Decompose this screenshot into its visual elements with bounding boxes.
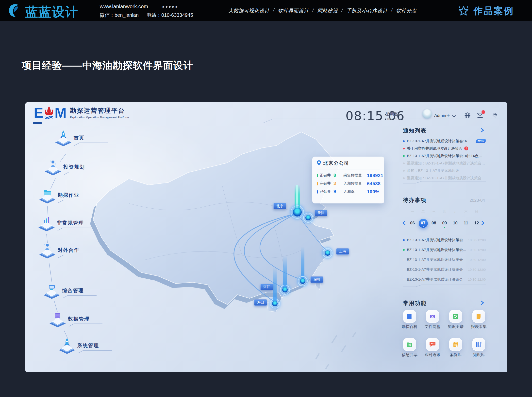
city-label-天津[interactable]: 天津 [315,210,327,216]
nav-item-3[interactable]: 手机及小程序设计 [346,7,388,14]
function-report-icon[interactable] [472,310,485,323]
todo-item[interactable]: BZ-13-1-A7井测试地质设计决策会10:30-12:00 [403,255,486,265]
todo-dot [403,279,405,280]
nav-separator: / [391,7,393,14]
avatar[interactable] [422,109,432,119]
nav-separator: / [312,7,314,14]
contact-row: 微信：ben_lanlan 电话：010-63334945 [100,12,193,18]
city-marker-湛江[interactable] [280,285,290,295]
city-marker-深圳[interactable] [298,276,308,286]
wechat-label: 微信：ben_lanlan [100,12,139,18]
todo-title: 待办事项 [403,197,427,204]
notification-item[interactable]: 通知：BZ-13-1-A7井测试地质设 [403,167,486,174]
function-label: 知识库 [467,352,491,358]
stat-label: 完钻井 [320,181,333,186]
sidebar-item-数据管理[interactable]: 数据管理 [49,311,103,329]
function-share-folder-icon[interactable] [403,338,416,351]
user-name[interactable]: Admin王 [434,113,450,118]
notification-item[interactable]: 关于用举办井测试地质设计决策会! [403,145,486,152]
gear-icon[interactable] [492,112,498,119]
sidebar-item-综合管理[interactable]: 综合管理 [43,283,97,301]
globe-icon[interactable] [464,112,471,120]
todo-text: BZ-13-1-A7井测试地质设计决策会 [407,267,463,272]
notification-text: 重要通知：BZ-13-1-A7井测试地质设计决策会16日14... [407,161,486,166]
popup-title: 北京分公司 [323,160,349,166]
sidebar-item-系统管理[interactable]: 系统管理 [58,338,112,356]
sidebar-label-block: 综合管理 [62,287,97,300]
city-marker-海口[interactable] [270,299,280,308]
notifications-more-arrow-icon[interactable] [481,128,484,133]
todo-item[interactable]: BZ-13-1-A7井测试地质设计决策会10:30-12:00 [403,274,486,284]
calendar-date-12[interactable]: 12 [471,218,482,229]
calendar-date-11[interactable]: 11 [461,218,471,229]
sidebar-label-underline [74,142,109,147]
rocket-icon [58,338,76,356]
map-pin-icon [317,160,321,166]
calendar-date-10[interactable]: 10 [450,218,461,229]
clock-separator [382,111,382,120]
city-label-深圳[interactable]: 深圳 [310,276,323,283]
website-url[interactable]: www.lanlanwork.com [100,3,148,9]
city-label-北京[interactable]: 北京 [273,203,286,209]
city-marker-天津[interactable] [303,213,313,223]
popup-divider [317,169,380,169]
notification-item[interactable]: BZ-13-1-A7井测试地质设计决策会16日14点开始！ [403,152,486,160]
sidebar-item-label: 首页 [74,135,109,141]
sidebar-item-对外合作[interactable]: 对外合作 [38,242,93,260]
notification-text: 关于用举办井测试地质设计决策会 [407,146,462,151]
portfolio-link[interactable]: 作品案例 [457,4,514,17]
branch-popup: 北京分公司 正钻井8采集数据量198921完钻井3入湖数据量64538已钻井9入… [312,157,384,203]
calendar-date-07[interactable]: 07 [418,218,428,229]
function-label: 文件网盘 [421,324,444,329]
city-marker-北京[interactable] [291,205,304,219]
brand-logo-icon [8,3,22,18]
todo-item[interactable]: BZ-13-1-A7井测试地质设计决策会...10:30-12:00 [403,245,486,255]
platform-title: 勘探运营管理平台 [70,107,129,115]
date-number: 09 [442,221,447,226]
city-label-海口[interactable]: 海口 [254,299,267,306]
calendar-date-09[interactable]: 09 [439,218,450,229]
todo-item[interactable]: BZ-13-1-A7井测试地质设计决策会10:30-12:00 [403,265,486,274]
sidebar-item-投资规划[interactable]: 投资规划 [44,159,98,177]
calendar-date-06[interactable]: 06 [407,218,418,229]
notification-dot [403,170,405,172]
calendar-next-icon[interactable] [482,221,485,226]
star-icon [457,4,470,17]
app-logo: E M 勘探运营管理平台 Exploration Operation Manag… [34,105,129,120]
sidebar-item-非常规管理[interactable]: 非常规管理 [38,215,92,233]
city-marker-上海[interactable] [323,248,332,258]
functions-grid: 勘探百科文件网盘知识图谱报表采集信息共享即时通讯案例库知识库 [403,310,486,359]
function-books-icon[interactable] [472,338,485,351]
functions-more-arrow-icon[interactable] [481,301,484,306]
warning-badge-icon: ! [464,146,468,150]
brand-name: 蓝蓝设计 [25,3,78,21]
city-label-湛江[interactable]: 湛江 [260,284,273,290]
nav-item-1[interactable]: 软件界面设计 [278,7,309,14]
calendar-prev-icon[interactable] [402,221,405,226]
notification-item[interactable]: BZ-13-1-A7井测试地质设计决策会16日14点开始NEW [403,137,486,145]
chevron-down-icon[interactable] [452,114,456,119]
function-drive-icon[interactable] [426,310,439,323]
rocket-icon [54,130,72,148]
function-chat-icon[interactable] [426,338,439,351]
nav-item-0[interactable]: 大数据可视化设计 [228,7,269,14]
notification-dot [403,140,405,142]
functions-title: 常用功能 [403,300,427,307]
nav-item-2[interactable]: 网站建设 [317,7,338,14]
function-book-icon[interactable] [403,310,416,323]
todo-dot [403,259,405,261]
todo-text: BZ-13-1-A7井测试地质设计决策会... [407,238,466,242]
sidebar-item-勘探作业[interactable]: 勘探作业 [38,187,93,205]
new-badge: NEW [476,139,486,143]
marker-core [282,287,288,292]
function-graph-icon[interactable] [449,310,462,323]
function-case-icon[interactable] [449,338,462,351]
stat-color-bar [317,190,318,194]
nav-item-4[interactable]: 软件开发 [396,7,416,14]
notification-item[interactable]: 重要通知：BZ-13-1-A7井测试地质设计决策会16日14... [403,160,486,167]
metric-label: 入湖率 [343,189,367,194]
todo-item[interactable]: BZ-13-1-A7井测试地质设计决策会...10:30-12:00 [403,235,486,245]
calendar-date-08[interactable]: 08 [429,218,439,229]
city-label-上海[interactable]: 上海 [336,248,349,255]
sidebar-item-首页[interactable]: 首页 [54,130,109,148]
